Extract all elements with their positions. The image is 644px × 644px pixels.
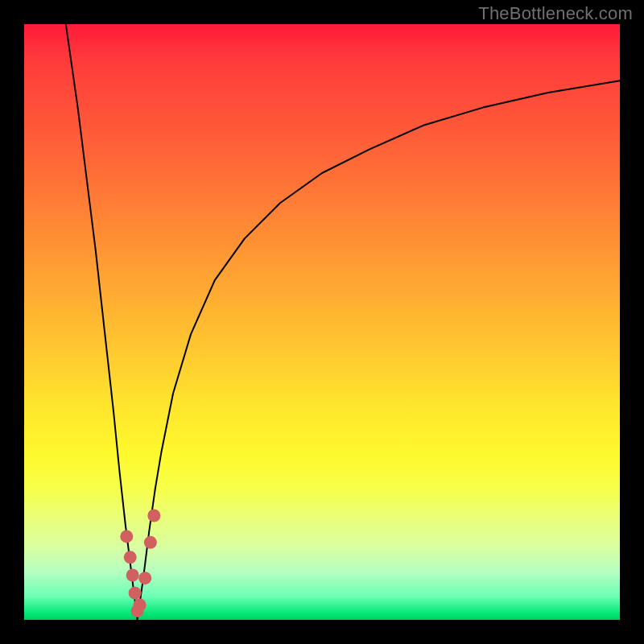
marker-point xyxy=(126,569,139,582)
curve-group xyxy=(66,24,620,620)
watermark-text: TheBottleneck.com xyxy=(478,3,633,24)
marker-point xyxy=(124,551,137,564)
series-right-branch xyxy=(138,80,620,620)
marker-point xyxy=(147,510,160,522)
marker-point xyxy=(129,587,142,600)
chart-svg xyxy=(24,24,620,620)
marker-point xyxy=(120,530,133,543)
marker-point xyxy=(144,536,157,549)
chart-frame: TheBottleneck.com xyxy=(0,0,644,644)
marker-point xyxy=(134,599,147,612)
marker-point xyxy=(138,572,151,584)
plot-area xyxy=(24,24,620,620)
